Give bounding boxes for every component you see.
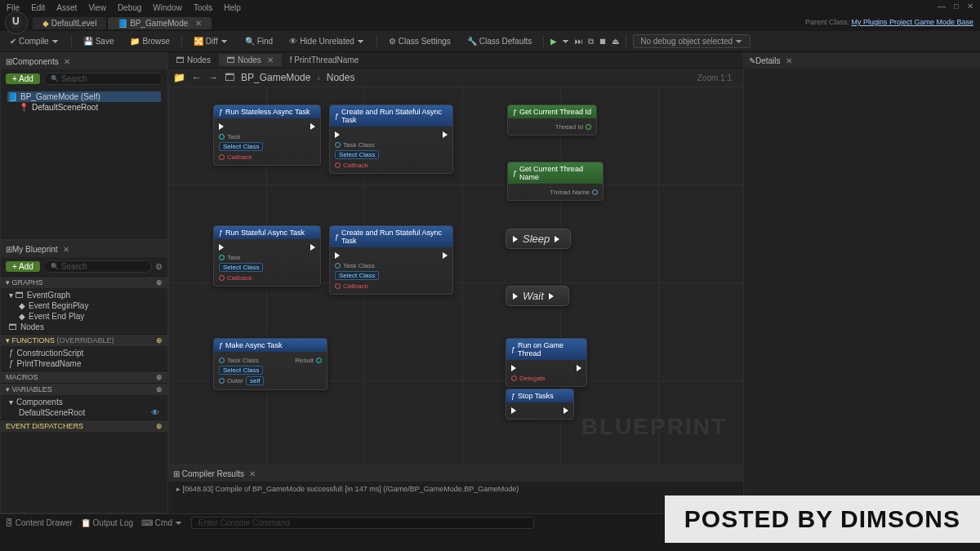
breadcrumb: 📁 ← → 🗔 BP_GameMode › Nodes Zoom 1:1 [168, 69, 743, 87]
event-begin-play[interactable]: ◆ Event BeginPlay [16, 300, 163, 311]
event-end-play[interactable]: ◆ Event End Play [16, 311, 163, 322]
play-button[interactable]: ▶ [550, 37, 557, 47]
component-root-self[interactable]: 📘 BP_GameMode (Self) [7, 91, 161, 102]
step-button[interactable]: ⧉ [588, 37, 594, 47]
menu-asset[interactable]: Asset [56, 3, 77, 12]
breadcrumb-leaf[interactable]: Nodes [327, 72, 355, 83]
breadcrumb-root[interactable]: BP_GameMode [241, 72, 310, 83]
components-panel: ⊞ Components✕ + Add Search 📘 BP_GameMode… [0, 52, 168, 240]
tab-blueprint[interactable]: 📘 BP_GameMode ✕ [108, 17, 212, 29]
class-defaults-button[interactable]: 🔧 Class Defaults [462, 35, 537, 47]
unreal-logo-icon[interactable] [5, 11, 28, 34]
save-button[interactable]: 💾 Save [78, 35, 119, 47]
node-run-on-game-thread[interactable]: ƒRun on Game Thread Delegate [506, 338, 587, 387]
browse-button[interactable]: 📁 Browse [125, 35, 174, 47]
console-command-input[interactable]: Enter Console Command [191, 517, 534, 529]
add-component-button[interactable]: + Add [6, 73, 40, 84]
details-panel: ✎ Details✕ [743, 52, 980, 513]
blueprint-settings-icon[interactable]: ⚙ [155, 262, 163, 271]
menu-file[interactable]: File [7, 3, 20, 12]
variables-components-group[interactable]: ▾ Components [6, 397, 163, 407]
debug-object-select[interactable]: No debug object selected ⏷ [633, 34, 751, 48]
section-graphs[interactable]: ▾ GRAPHS⊕ [1, 276, 167, 288]
node-make-async-task[interactable]: ƒMake Async Task Task ClassResult Select… [213, 338, 327, 390]
play-options-button[interactable]: ⏷ [562, 37, 570, 47]
print-thread-name-item[interactable]: ƒ PrintThreadName [6, 358, 163, 369]
parent-class-label: Parent Class: My Plugins Project Game Mo… [805, 18, 973, 26]
cmd-label[interactable]: ⌨ Cmd ⏷ [141, 518, 183, 527]
add-blueprint-button[interactable]: + Add [6, 261, 40, 272]
content-drawer-button[interactable]: 🗄 Content Drawer [5, 518, 73, 527]
my-blueprint-panel: ⊞ My Blueprint✕ + Add Search ⚙ ▾ GRAPHS⊕… [0, 240, 168, 513]
menu-tools[interactable]: Tools [194, 3, 212, 12]
node-graph[interactable]: ƒRun Stateless Async Task Task Select Cl… [168, 87, 743, 464]
zoom-label: Zoom 1:1 [697, 73, 738, 82]
nav-home-icon[interactable]: 📁 [173, 72, 185, 83]
stop-button[interactable]: ⏹ [599, 37, 607, 47]
class-settings-button[interactable]: ⚙ Class Settings [384, 35, 456, 47]
play-controls: ▶ ⏷ ⏭ ⧉ ⏹ ⏏ [550, 37, 619, 47]
nodes-graph-item[interactable]: 🗔 Nodes [6, 322, 163, 332]
node-sleep[interactable]: Sleep [506, 229, 571, 249]
hide-unrelated-button[interactable]: 👁 Hide Unrelated ⏷ [284, 35, 370, 47]
menu-debug[interactable]: Debug [118, 3, 141, 12]
node-create-run-stateful-2[interactable]: ƒCreate and Run Stateful Async Task Task… [329, 225, 453, 295]
node-get-current-thread-name[interactable]: ƒGet Current Thread Name Thread Name [507, 162, 604, 201]
node-run-stateful-async-task[interactable]: ƒRun Stateful Async Task Task Select Cla… [213, 225, 321, 287]
nav-fwd-icon[interactable]: → [208, 72, 218, 83]
section-event-dispatchers[interactable]: EVENT DISPATCHERS⊕ [1, 420, 167, 432]
posted-by-banner: POSTED BY DIMSONS [665, 495, 980, 543]
main-toolbar: ✔ Compile ⏷ 💾 Save 📁 Browse 🔀 Diff ⏷ 🔍 F… [0, 31, 980, 52]
output-log-button[interactable]: 📋 Output Log [81, 518, 133, 527]
event-graph-item[interactable]: ▾ 🗔 EventGraph [6, 290, 163, 300]
find-button[interactable]: 🔍 Find [240, 35, 278, 47]
components-search[interactable]: Search [43, 73, 163, 85]
close-icon[interactable]: ✕ [967, 2, 973, 11]
compiler-results-panel: ⊞ Compiler Results✕ ▸ [0648.93] Compile … [168, 464, 743, 513]
window-controls: — □ ✕ [938, 2, 973, 11]
node-create-run-stateful-1[interactable]: ƒCreate and Run Stateful Async Task Task… [329, 104, 453, 174]
tab-close-icon[interactable]: ✕ [195, 19, 202, 28]
graph-tab-nodes1[interactable]: 🗔 Nodes [168, 54, 219, 66]
node-get-current-thread-id[interactable]: ƒGet Current Thread Id Thread Id [507, 104, 597, 136]
eject-button[interactable]: ⏏ [612, 37, 619, 47]
section-macros[interactable]: MACROS⊕ [1, 371, 167, 383]
compiler-message: ▸ [0648.93] Compile of BP_GameMode succe… [168, 482, 743, 496]
nav-graph-icon[interactable]: 🗔 [225, 72, 234, 83]
graph-tab-printthreadname[interactable]: f PrintThreadName [282, 54, 367, 66]
menu-view[interactable]: View [88, 3, 106, 12]
node-wait[interactable]: Wait [506, 286, 569, 306]
details-panel-header[interactable]: ✎ Details✕ [744, 52, 980, 69]
section-functions[interactable]: ▾ FUNCTIONS (OVERRIDABLE)⊕ [1, 334, 167, 346]
blueprint-search[interactable]: Search [43, 260, 152, 273]
variable-default-scene-root[interactable]: DefaultSceneRoot 👁 [16, 407, 163, 418]
node-stop-tasks[interactable]: ƒStop Tasks [506, 389, 574, 420]
menu-bar: File Edit Asset View Debug Window Tools … [0, 0, 980, 15]
construction-script-item[interactable]: ƒ ConstructionScript [6, 348, 163, 358]
blueprint-watermark: BLUEPRINT [581, 414, 727, 440]
menu-window[interactable]: Window [153, 3, 182, 12]
center-area: 🗔 Nodes 🗔 Nodes ✕ f PrintThreadName 📁 ← … [168, 52, 743, 513]
component-default-scene-root[interactable]: 📍 DefaultSceneRoot [19, 102, 161, 113]
maximize-icon[interactable]: □ [954, 2, 959, 11]
diff-button[interactable]: 🔀 Diff ⏷ [189, 35, 234, 47]
compile-button[interactable]: ✔ Compile ⏷ [5, 35, 65, 47]
menu-edit[interactable]: Edit [31, 3, 45, 12]
skip-button[interactable]: ⏭ [575, 37, 583, 47]
my-blueprint-header[interactable]: ⊞ My Blueprint✕ [1, 241, 167, 257]
components-panel-header[interactable]: ⊞ Components✕ [1, 53, 167, 69]
menu-help[interactable]: Help [224, 3, 241, 12]
section-variables[interactable]: ▾ VARIABLES⊕ [1, 383, 167, 395]
tab-level[interactable]: ◆ DefaultLevel [33, 17, 106, 29]
node-run-stateless-async-task[interactable]: ƒRun Stateless Async Task Task Select Cl… [213, 104, 321, 166]
nav-back-icon[interactable]: ← [192, 72, 202, 83]
graph-tabs: 🗔 Nodes 🗔 Nodes ✕ f PrintThreadName [168, 52, 743, 69]
minimize-icon[interactable]: — [938, 2, 946, 11]
graph-tab-nodes2[interactable]: 🗔 Nodes ✕ [219, 54, 282, 66]
parent-class-link[interactable]: My Plugins Project Game Mode Base [851, 18, 973, 26]
